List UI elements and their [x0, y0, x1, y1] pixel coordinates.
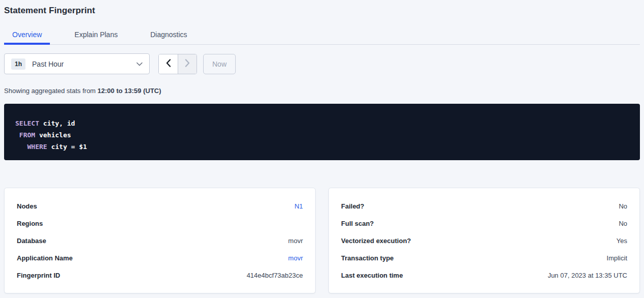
- time-nav-group: [158, 54, 197, 74]
- chevron-down-icon: [136, 62, 143, 66]
- next-interval-button[interactable]: [178, 54, 197, 74]
- detail-row-application-name: Application Namemovr: [17, 249, 303, 266]
- detail-row-fingerprint-id: Fingerprint ID414e4bcf73ab23ce: [17, 266, 303, 284]
- time-range-label: Past Hour: [32, 60, 136, 68]
- detail-row-regions: Regions: [17, 215, 303, 232]
- tab-bar: OverviewExplain PlansDiagnostics: [4, 29, 640, 45]
- detail-row-vectorized-execution: Vectorized execution?Yes: [341, 232, 627, 249]
- tab-diagnostics[interactable]: Diagnostics: [142, 29, 195, 45]
- time-range-badge: 1h: [11, 58, 25, 70]
- fingerprint-id-value: 414e4bcf73ab23ce: [246, 272, 303, 279]
- detail-row-transaction-type: Transaction typeImplicit: [341, 249, 627, 266]
- prev-interval-button[interactable]: [159, 54, 178, 74]
- detail-row-database: Databasemovr: [17, 232, 303, 249]
- time-range-dropdown[interactable]: 1h Past Hour: [4, 53, 150, 74]
- tab-overview[interactable]: Overview: [4, 29, 50, 45]
- full-scan-label: Full scan?: [341, 220, 374, 227]
- nodes-label: Nodes: [17, 202, 37, 210]
- execution-details-card: Failed?NoFull scan?NoVectorized executio…: [328, 188, 640, 293]
- detail-row-full-scan: Full scan?No: [341, 215, 627, 232]
- application-name-value[interactable]: movr: [288, 254, 303, 262]
- fingerprint-id-label: Fingerprint ID: [17, 272, 60, 279]
- chevron-right-icon: [185, 59, 190, 69]
- time-controls: 1h Past Hour Now: [4, 53, 640, 74]
- vectorized-execution-label: Vectorized execution?: [341, 237, 411, 245]
- database-label: Database: [17, 237, 46, 245]
- tab-explain-plans[interactable]: Explain Plans: [66, 29, 126, 45]
- detail-row-nodes: NodesN1: [17, 197, 303, 215]
- regions-label: Regions: [17, 220, 43, 227]
- stats-prefix: Showing aggregated stats from: [4, 87, 98, 95]
- failed-label: Failed?: [341, 202, 365, 210]
- sql-statement-box: SELECT city, id FROM vehicles WHERE city…: [4, 104, 640, 160]
- failed-value: No: [619, 202, 627, 210]
- statement-fingerprint-page: Statement Fingerprint OverviewExplain Pl…: [0, 0, 644, 293]
- now-button[interactable]: Now: [203, 54, 236, 74]
- aggregated-stats-line: Showing aggregated stats from 12:00 to 1…: [4, 87, 640, 95]
- detail-cards: NodesN1RegionsDatabasemovrApplication Na…: [4, 188, 640, 293]
- vectorized-execution-value: Yes: [617, 237, 627, 245]
- last-execution-time-label: Last execution time: [341, 272, 403, 279]
- last-execution-time-value: Jun 07, 2023 at 13:35 UTC: [548, 272, 627, 279]
- detail-row-last-execution-time: Last execution timeJun 07, 2023 at 13:35…: [341, 266, 627, 284]
- chevron-left-icon: [166, 59, 171, 69]
- application-name-label: Application Name: [17, 254, 73, 262]
- full-scan-value: No: [619, 220, 627, 227]
- transaction-type-value: Implicit: [607, 254, 627, 262]
- stats-range: 12:00 to 13:59 (UTC): [98, 87, 161, 95]
- detail-row-failed: Failed?No: [341, 197, 627, 215]
- nodes-value[interactable]: N1: [294, 202, 303, 210]
- transaction-type-label: Transaction type: [341, 254, 394, 262]
- page-title: Statement Fingerprint: [4, 0, 640, 15]
- database-value: movr: [288, 237, 303, 245]
- statement-details-card: NodesN1RegionsDatabasemovrApplication Na…: [4, 188, 316, 293]
